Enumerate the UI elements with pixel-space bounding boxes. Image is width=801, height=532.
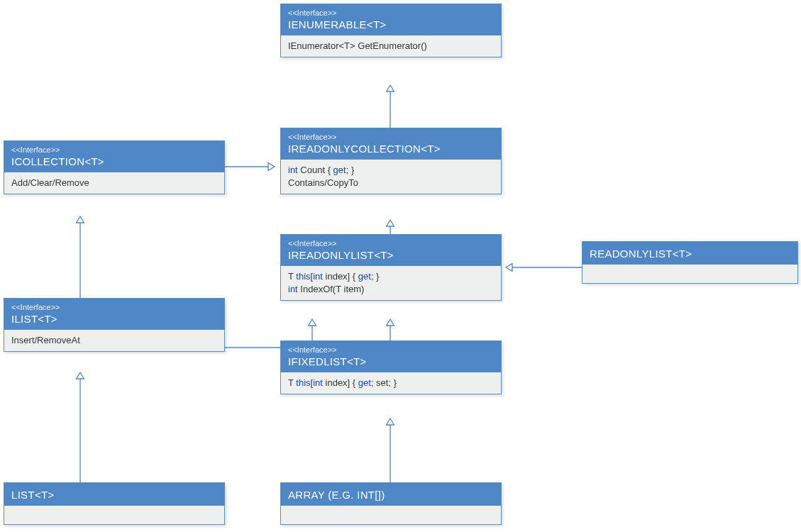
box-header: <<Interface>>IReadOnlyCollection<T> <box>281 128 501 159</box>
uml-canvas: { "diagram_type": "UML class/interface h… <box>0 0 801 532</box>
arrowhead-icon <box>77 372 84 379</box>
box-header: Array (e.g. int[]) <box>281 483 501 505</box>
box-header: <<Interface>>IReadOnlyList<T> <box>281 235 501 265</box>
box-title: ICollection<T> <box>11 155 217 167</box>
arrowhead-icon <box>387 419 394 425</box>
box-header: <<Interface>>IFixedList<T> <box>281 341 501 372</box>
uml-box-ireadonlycoll: <<Interface>>IReadOnlyCollection<T>int C… <box>280 128 502 194</box>
box-title: IReadOnlyList<T> <box>288 249 494 261</box>
stereotype-label: <<Interface>> <box>288 239 494 248</box>
uml-box-ilist: <<Interface>>IList<T>Insert/RemoveAt <box>4 298 225 352</box>
box-title: IReadOnlyCollection<T> <box>288 143 494 155</box>
arrowhead-icon <box>309 319 316 326</box>
arrowhead-icon <box>77 216 84 223</box>
box-title: IList<T> <box>11 313 217 325</box>
box-title: Array (e.g. int[]) <box>288 489 494 501</box>
arrowhead-icon <box>387 85 394 92</box>
stereotype-label: <<Interface>> <box>11 145 217 154</box>
arrowhead-icon <box>506 264 512 272</box>
uml-box-array: Array (e.g. int[]) <box>280 482 502 525</box>
box-header: <<Interface>>ICollection<T> <box>4 141 224 172</box>
box-body: T this[int index] { get; }int IndexOf(T … <box>281 265 501 300</box>
box-body: T this[int index] { get; set; } <box>281 372 501 394</box>
box-body: Add/Clear/Remove <box>4 172 224 194</box>
uml-box-ifixedlist: <<Interface>>IFixedList<T>T this[int ind… <box>280 340 502 394</box>
uml-box-ireadonlylist: <<Interface>>IReadOnlyList<T>T this[int … <box>280 234 502 301</box>
uml-box-list: List<T> <box>4 482 225 525</box>
uml-box-readonlylist: ReadOnlyList<T> <box>582 241 798 284</box>
box-title: ReadOnlyList<T> <box>590 248 790 260</box>
box-title: IEnumerable<T> <box>288 18 494 31</box>
box-title: List<T> <box>11 489 217 501</box>
uml-box-ienumerable: <<Interface>>IEnumerable<T>IEnumerator<T… <box>280 4 502 57</box>
box-header: ReadOnlyList<T> <box>582 242 797 264</box>
box-header: <<Interface>>IEnumerable<T> <box>281 4 501 35</box>
arrowhead-icon <box>387 319 394 326</box>
stereotype-label: <<Interface>> <box>288 345 494 354</box>
stereotype-label: <<Interface>> <box>288 133 494 141</box>
box-body: int Count { get; }Contains/CopyTo <box>281 159 501 194</box>
box-body: Insert/RemoveAt <box>4 329 224 351</box>
box-body <box>582 264 797 283</box>
stereotype-label: <<Interface>> <box>11 303 217 311</box>
box-body <box>281 505 501 524</box>
box-header: <<Interface>>IList<T> <box>4 299 224 329</box>
arrowhead-icon <box>387 220 394 226</box>
arrowhead-icon <box>268 163 275 171</box>
uml-box-icollection: <<Interface>>ICollection<T>Add/Clear/Rem… <box>4 140 225 194</box>
box-header: List<T> <box>4 483 224 505</box>
box-title: IFixedList<T> <box>288 355 494 367</box>
box-body: IEnumerator<T> GetEnumerator() <box>281 35 501 57</box>
stereotype-label: <<Interface>> <box>288 9 494 17</box>
box-body <box>4 505 224 524</box>
